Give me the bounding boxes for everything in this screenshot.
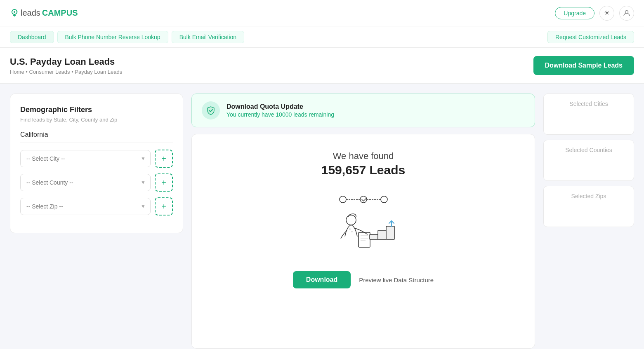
svg-point-11 <box>381 196 387 203</box>
svg-point-10 <box>360 196 367 203</box>
results-panel: We have found 159,657 Leads <box>191 134 535 349</box>
breadcrumb-consumer: Consumer Leads <box>29 69 70 75</box>
svg-rect-20 <box>378 230 386 239</box>
selected-zips-section: Selected Zips <box>543 186 634 227</box>
nav-tabs: Dashboard Bulk Phone Number Reverse Look… <box>10 31 244 43</box>
leads-illustration <box>322 187 405 253</box>
nav-tab-email-verification[interactable]: Bulk Email Verification <box>172 31 245 43</box>
quota-title: Download Quota Update <box>226 103 334 110</box>
breadcrumb-home: Home <box>10 69 24 75</box>
leads-count: 159,657 Leads <box>321 163 405 177</box>
svg-point-24 <box>351 231 353 232</box>
right-panel: Selected Cities Selected Counties Select… <box>543 94 634 349</box>
breadcrumb-sep1: • <box>26 69 28 75</box>
action-row: Download Preview live Data Structure <box>293 271 434 288</box>
city-filter-row: -- Select City -- ▼ + <box>20 150 173 168</box>
panel-subtitle: Find leads by State, City, County and Zi… <box>20 117 173 123</box>
breadcrumb: Home • Consumer Leads • Payday Loan Lead… <box>10 69 122 75</box>
selected-counties-label: Selected Counties <box>550 147 627 153</box>
logo-leads-text: leads <box>21 8 40 18</box>
add-county-button[interactable]: + <box>155 173 173 192</box>
found-text: We have found <box>333 151 394 162</box>
nav-tab-reverse-lookup[interactable]: Bulk Phone Number Reverse Lookup <box>57 31 168 43</box>
add-city-button[interactable]: + <box>155 150 173 168</box>
header: leads CAMPUS Upgrade ☀ <box>0 0 644 26</box>
city-select-wrapper: -- Select City -- ▼ <box>20 150 151 167</box>
theme-toggle-button[interactable]: ☀ <box>599 6 614 21</box>
user-icon <box>623 10 630 16</box>
county-select[interactable]: -- Select County -- <box>20 174 151 191</box>
nav-bar: Dashboard Bulk Phone Number Reverse Look… <box>0 26 644 48</box>
svg-point-9 <box>340 196 346 203</box>
zip-select[interactable]: -- Select Zip -- <box>20 198 151 215</box>
download-sample-leads-button[interactable]: Download Sample Leads <box>533 56 634 75</box>
preview-data-structure-button[interactable]: Preview live Data Structure <box>359 276 434 283</box>
main-content: Demographic Filters Find leads by State,… <box>0 84 644 349</box>
quota-banner: Download Quota Update You currently have… <box>191 94 535 127</box>
illustration <box>322 187 405 255</box>
header-actions: Upgrade ☀ <box>555 6 634 21</box>
county-select-wrapper: -- Select County -- ▼ <box>20 174 151 191</box>
quota-icon <box>202 101 220 119</box>
logo: leads CAMPUS <box>10 8 78 18</box>
upgrade-button[interactable]: Upgrade <box>555 7 594 19</box>
svg-point-23 <box>349 228 351 230</box>
zip-filter-row: -- Select Zip -- ▼ + <box>20 197 173 215</box>
quota-subtitle: You currently have 10000 leads remaining <box>226 111 334 118</box>
nav-tab-dashboard[interactable]: Dashboard <box>10 31 54 43</box>
page-header: U.S. Payday Loan Leads Home • Consumer L… <box>0 48 644 84</box>
breadcrumb-sep2: • <box>71 69 73 75</box>
svg-rect-19 <box>370 234 378 239</box>
left-panel: Demographic Filters Find leads by State,… <box>10 94 183 233</box>
breadcrumb-payday: Payday Loan Leads <box>75 69 122 75</box>
selected-cities-label: Selected Cities <box>550 101 627 107</box>
city-select[interactable]: -- Select City -- <box>20 150 151 167</box>
panel-title: Demographic Filters <box>20 105 173 114</box>
middle-panel: Download Quota Update You currently have… <box>191 94 535 349</box>
county-filter-row: -- Select County -- ▼ + <box>20 173 173 192</box>
page-header-info: U.S. Payday Loan Leads Home • Consumer L… <box>10 56 122 75</box>
logo-campus-text: CAMPUS <box>42 8 78 18</box>
logo-icon <box>10 9 19 18</box>
add-zip-button[interactable]: + <box>155 197 173 215</box>
shield-check-icon <box>206 106 215 115</box>
sun-icon: ☀ <box>604 9 610 17</box>
svg-point-3 <box>14 11 15 13</box>
svg-rect-15 <box>359 232 370 247</box>
selected-counties-section: Selected Counties <box>543 140 634 181</box>
zip-select-wrapper: -- Select Zip -- ▼ <box>20 198 151 215</box>
svg-point-14 <box>346 215 356 225</box>
quota-text: Download Quota Update You currently have… <box>226 103 334 118</box>
user-profile-button[interactable] <box>619 6 634 21</box>
selected-zips-label: Selected Zips <box>550 193 627 199</box>
page-title: U.S. Payday Loan Leads <box>10 56 122 67</box>
selected-cities-section: Selected Cities <box>543 94 634 135</box>
request-customized-leads-button[interactable]: Request Customized Leads <box>547 31 634 43</box>
state-label: California <box>20 131 173 143</box>
svg-rect-21 <box>386 226 394 239</box>
download-button[interactable]: Download <box>293 271 351 288</box>
